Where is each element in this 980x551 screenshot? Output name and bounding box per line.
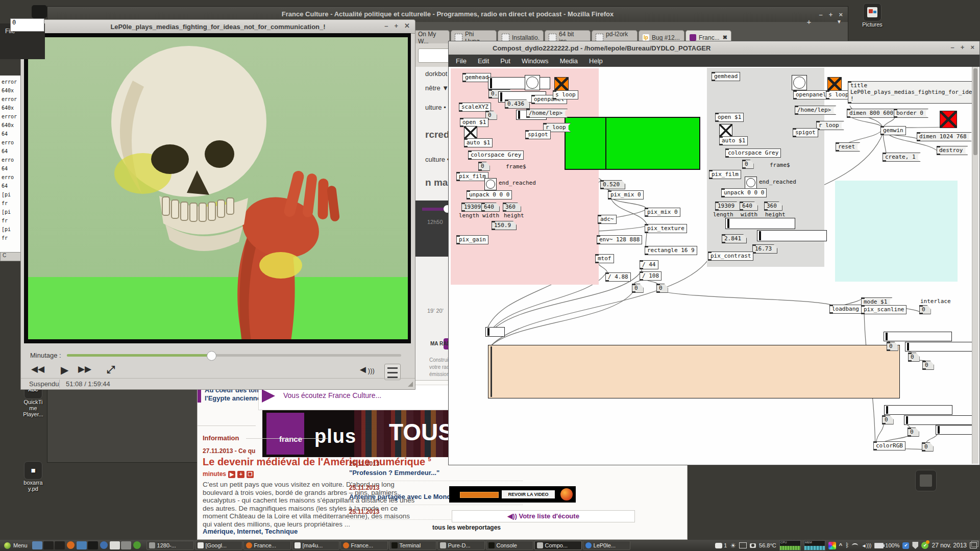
pd-menu-file[interactable]: File	[456, 57, 467, 65]
pd-obj-gemhead[interactable]: gemhead	[712, 72, 740, 81]
desktop-icon-misc[interactable]	[915, 470, 938, 492]
pd-obj-openpanel[interactable]: openpanel	[793, 90, 829, 99]
pd-obj-/-4-88[interactable]: / 4.88	[605, 272, 631, 282]
tab-close-icon[interactable]: ✖	[723, 34, 727, 41]
display-icon[interactable]	[739, 542, 747, 548]
pd-obj-spigot[interactable]: spigot	[793, 128, 818, 137]
pd-obj-/-108[interactable]: / 108	[640, 271, 662, 281]
volume-icon[interactable]: ◄)))	[358, 364, 375, 375]
toggle[interactable]	[464, 126, 477, 139]
workspace-icon[interactable]	[970, 542, 977, 548]
minimize-button[interactable]: –	[951, 43, 954, 51]
hslider[interactable]	[488, 77, 550, 89]
pd-obj-colorrgb[interactable]: colorRGB	[873, 441, 905, 450]
video-titlebar[interactable]: LeP0le_plays_medias_fighting_for_ideas_n…	[21, 20, 415, 34]
maximize-button[interactable]: +	[829, 11, 833, 18]
hslider[interactable]	[725, 218, 795, 229]
console-input[interactable]: 0	[10, 18, 44, 32]
pd-obj-spigot[interactable]: spigot	[525, 130, 551, 139]
volume-icon[interactable]: ◄)))	[861, 543, 871, 548]
toggle[interactable]	[940, 111, 957, 128]
minimize-button[interactable]: –	[384, 22, 388, 30]
pd-num-150-9[interactable]: 150.9	[492, 221, 517, 230]
close-button[interactable]: ✕	[404, 22, 410, 30]
pd-obj-/-44[interactable]: / 44	[640, 260, 658, 269]
pd-obj-gemwin[interactable]: gemwin	[880, 126, 906, 135]
pd-msg-/home/lep-[interactable]: /home/lep>	[526, 109, 568, 118]
brightness-icon[interactable]: ☀	[730, 542, 736, 549]
pd-obj-pix-mix-0[interactable]: pix_mix 0	[608, 190, 644, 199]
video-screen[interactable]	[28, 37, 408, 339]
pd-scrollbar[interactable]	[972, 67, 978, 464]
pd-num-360[interactable]: 360	[503, 203, 521, 212]
pd-obj-auto-$1[interactable]: auto $1	[464, 138, 493, 147]
pd-obj-s-loop[interactable]: s loop	[826, 90, 851, 99]
pd-menu-media[interactable]: Media	[560, 57, 578, 65]
pd-num-640[interactable]: 640	[481, 203, 500, 212]
pd-obj-scalexyz[interactable]: scaleXYZ	[459, 103, 491, 112]
pd-msg-r-loop[interactable]: r loop	[816, 121, 844, 130]
pd-obj-pix-film[interactable]: pix_film	[709, 170, 741, 179]
taskbar-window-france-[interactable]: France...	[340, 541, 388, 550]
pd-msg-create-1[interactable]: create, 1	[883, 153, 921, 162]
pd-obj-unpack-0-0-0[interactable]: unpack 0 0 0	[467, 190, 512, 199]
pd-obj-rectangle-16-9[interactable]: rectangle 16 9	[645, 246, 697, 255]
bluetooth-icon[interactable]: ᛒ	[845, 542, 849, 549]
pd-msg-border-0[interactable]: border 0	[894, 109, 928, 118]
toggle[interactable]	[827, 77, 842, 91]
launcher-monitor-icon[interactable]	[55, 541, 65, 549]
new-tab-button[interactable]: +	[803, 16, 815, 28]
pd-num-0-520[interactable]: 0.520	[600, 180, 625, 189]
bang[interactable]	[525, 75, 540, 90]
hslider[interactable]	[757, 230, 827, 241]
fullscreen-button[interactable]: ⤢	[107, 364, 115, 375]
hslider[interactable]	[485, 327, 505, 337]
pd-msg-dimen-1024-768[interactable]: dimen 1024 768	[917, 132, 972, 141]
pd-obj-open-$1[interactable]: open $1	[715, 113, 744, 122]
taskbar-window-terminal[interactable]: Terminal	[389, 541, 436, 550]
launcher-doc-icon[interactable]	[110, 541, 120, 549]
pd-obj-pix-mix-0[interactable]: pix_mix 0	[645, 208, 680, 217]
hslider[interactable]	[904, 415, 974, 425]
pd-num-0-436[interactable]: 0.436	[505, 99, 530, 109]
launcher-firefox-icon[interactable]	[67, 541, 75, 549]
pd-obj-pix-film[interactable]: pix_film	[456, 172, 488, 181]
pd-obj-adc~[interactable]: adc~	[598, 215, 617, 224]
article-action-icon[interactable]: ▶	[228, 471, 235, 478]
webreportages-link[interactable]: tous les webreportages	[432, 524, 501, 531]
next-button[interactable]: ▶▶	[78, 364, 91, 374]
messenger-icon[interactable]: ✔	[921, 542, 928, 549]
pd-obj-env~-128-888[interactable]: env~ 128 888	[597, 235, 642, 244]
sync-badge-icon[interactable]: ✔	[902, 542, 909, 549]
wifi-icon[interactable]	[852, 543, 858, 548]
pd-obj-pix-texture[interactable]: pix_texture	[645, 224, 687, 233]
item-title[interactable]: "Profession ? Emmerdeur..."	[349, 469, 523, 477]
article-tags[interactable]: Amérique, Internet, Technique	[203, 528, 298, 535]
pd-num-16-73[interactable]: 16.73	[752, 244, 777, 254]
article-action-icon[interactable]: ❐	[247, 471, 254, 478]
taskbar-window-pure-d-[interactable]: Pure-D...	[437, 541, 485, 550]
minimize-button[interactable]: –	[819, 11, 823, 18]
hslider[interactable]	[884, 405, 952, 415]
maximize-button[interactable]: +	[961, 43, 965, 51]
taskbar-window-1280-[interactable]: 1280-...	[146, 541, 194, 550]
article-action-icon[interactable]: +	[237, 471, 244, 478]
pd-obj-gemhead[interactable]: gemhead	[462, 73, 491, 82]
resize-grip[interactable]	[408, 382, 413, 387]
pd-menu-windows[interactable]: Windows	[522, 57, 549, 65]
pd-msg-/home/lep-[interactable]: /home/lep>	[795, 106, 836, 115]
taskbar-window-console[interactable]: Console	[486, 541, 533, 550]
close-button[interactable]: ×	[970, 43, 974, 51]
previous-button[interactable]: ◀◀	[31, 364, 44, 374]
timeline-knob[interactable]	[207, 351, 216, 361]
desktop-icon-pictures[interactable]: Pictures	[856, 3, 888, 28]
pd-menu-help[interactable]: Help	[589, 57, 603, 65]
launcher-terminal-icon[interactable]	[88, 541, 98, 549]
pd-obj-pix-gain[interactable]: pix_gain	[456, 235, 488, 244]
battery-icon[interactable]: 100%	[874, 542, 899, 548]
launcher-folder-icon[interactable]	[77, 541, 87, 549]
pd-menu-put[interactable]: Put	[500, 57, 510, 65]
bang[interactable]	[745, 177, 757, 189]
clock-label[interactable]: 27 nov. 2013	[932, 542, 967, 549]
pd-obj-loadbang[interactable]: loadbang	[829, 305, 862, 314]
